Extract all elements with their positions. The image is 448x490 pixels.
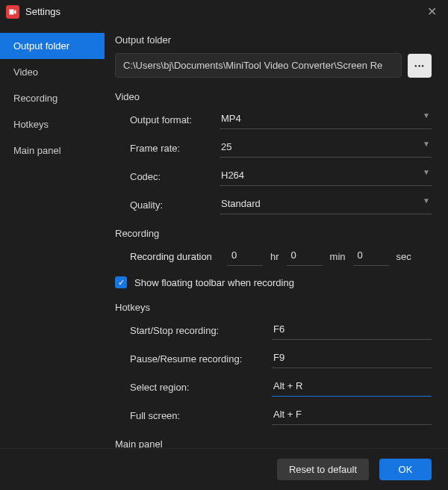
sidebar-item-output-folder[interactable]: Output folder — [0, 33, 105, 59]
input-duration-hr[interactable] — [227, 246, 263, 266]
close-icon: ✕ — [427, 4, 437, 19]
label-hk-full-screen: Full screen: — [130, 410, 272, 421]
sidebar-item-recording[interactable]: Recording — [0, 85, 105, 111]
sidebar-item-hotkeys[interactable]: Hotkeys — [0, 111, 105, 137]
label-min: min — [330, 251, 346, 262]
label-frame-rate: Frame rate: — [130, 143, 220, 154]
select-output-format[interactable]: MP4 ▼ — [220, 110, 432, 129]
select-codec[interactable]: H264 ▼ — [220, 167, 432, 186]
input-duration-sec[interactable] — [353, 246, 389, 266]
label-hk-pause-resume: Pause/Resume recording: — [130, 353, 272, 365]
input-hk-select-region[interactable] — [272, 377, 432, 397]
select-frame-rate[interactable]: 25 ▼ — [220, 138, 432, 158]
window-title: Settings — [25, 6, 421, 17]
browse-button[interactable]: ●●● — [408, 54, 432, 78]
sidebar: Output folder Video Recording Hotkeys Ma… — [0, 24, 105, 448]
close-button[interactable]: ✕ — [421, 1, 442, 22]
sidebar-item-main-panel[interactable]: Main panel — [0, 137, 105, 164]
output-folder-path[interactable]: C:\Users\bj\Documents\MiniTool Video Con… — [115, 53, 402, 78]
section-title-main-panel: Main panel — [115, 438, 432, 448]
select-quality[interactable]: Standard ▼ — [220, 195, 432, 214]
sidebar-item-video[interactable]: Video — [0, 59, 105, 85]
select-codec-value: H264 — [220, 167, 432, 186]
section-title-video: Video — [115, 91, 432, 102]
input-hk-start-stop[interactable] — [272, 320, 432, 340]
checkbox-show-toolbar[interactable]: ✓ — [115, 276, 127, 288]
app-icon — [6, 5, 19, 19]
section-title-recording: Recording — [115, 228, 432, 239]
label-show-toolbar: Show floating toolbar when recording — [134, 277, 294, 288]
label-hk-start-stop: Start/Stop recording: — [130, 325, 272, 336]
label-recording-duration: Recording duration — [130, 251, 220, 262]
label-codec: Codec: — [130, 171, 220, 182]
section-title-hotkeys: Hotkeys — [115, 302, 432, 313]
select-quality-value: Standard — [220, 195, 432, 214]
ellipsis-icon: ●●● — [414, 63, 425, 68]
section-title-output-folder: Output folder — [115, 34, 432, 46]
select-frame-rate-value: 25 — [220, 138, 432, 158]
input-duration-min[interactable] — [287, 246, 323, 266]
reset-button[interactable]: Reset to default — [277, 459, 369, 480]
label-output-format: Output format: — [130, 114, 220, 125]
check-icon: ✓ — [118, 278, 125, 288]
content-pane: Output folder C:\Users\bj\Documents\Mini… — [105, 24, 448, 448]
select-output-format-value: MP4 — [220, 110, 432, 129]
titlebar: Settings ✕ — [0, 0, 448, 24]
label-quality: Quality: — [130, 199, 220, 211]
label-hk-select-region: Select region: — [130, 382, 272, 393]
label-hr: hr — [270, 251, 279, 262]
ok-button[interactable]: OK — [379, 459, 432, 480]
label-sec: sec — [396, 251, 411, 262]
footer: Reset to default OK — [0, 448, 448, 490]
input-hk-pause-resume[interactable] — [272, 349, 432, 368]
input-hk-full-screen[interactable] — [272, 406, 432, 425]
